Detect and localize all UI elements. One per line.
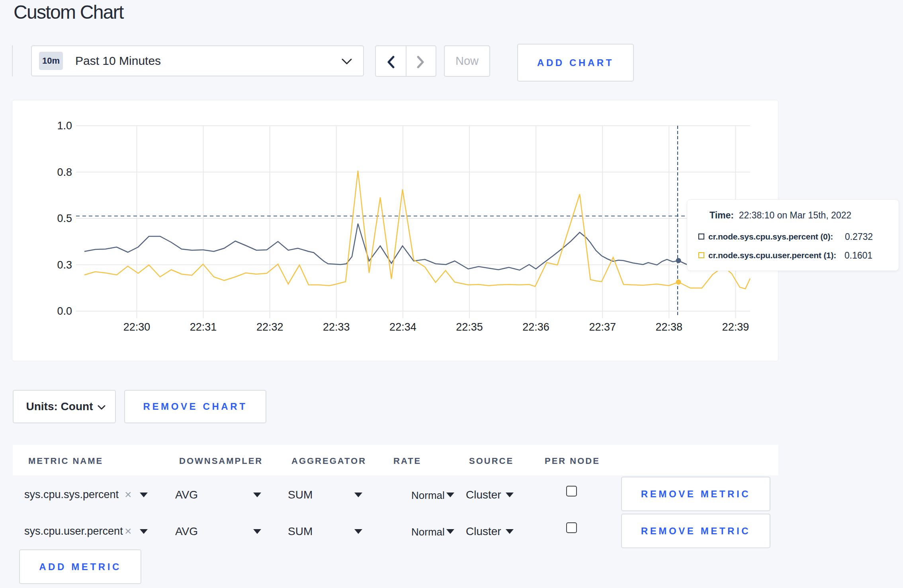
svg-text:1.0: 1.0 bbox=[57, 120, 72, 132]
svg-text:0.8: 0.8 bbox=[57, 166, 72, 178]
svg-text:22:31: 22:31 bbox=[190, 321, 217, 333]
svg-text:22:37: 22:37 bbox=[589, 321, 616, 333]
svg-text:22:36: 22:36 bbox=[522, 321, 549, 333]
svg-text:22:39: 22:39 bbox=[722, 321, 749, 333]
svg-text:22:38: 22:38 bbox=[656, 321, 683, 333]
svg-text:0.0: 0.0 bbox=[57, 305, 72, 317]
svg-text:22:35: 22:35 bbox=[456, 321, 483, 333]
svg-text:0.5: 0.5 bbox=[57, 212, 72, 224]
svg-text:0.3: 0.3 bbox=[57, 259, 72, 271]
svg-text:22:34: 22:34 bbox=[389, 321, 416, 333]
svg-text:22:33: 22:33 bbox=[323, 321, 350, 333]
svg-text:22:32: 22:32 bbox=[256, 321, 283, 333]
svg-text:22:30: 22:30 bbox=[123, 321, 150, 333]
